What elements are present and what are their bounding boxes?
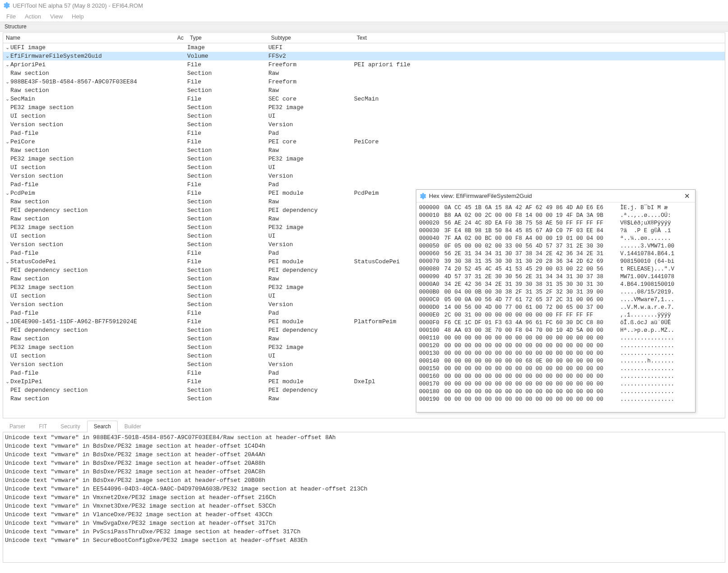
- hex-row[interactable]: 0000500F 05 00 00 02 00 33 00 56 4D 57 3…: [419, 243, 692, 250]
- hex-row[interactable]: 00002056 AE 24 4C 8D EA F0 3B 75 58 AE 5…: [419, 220, 692, 227]
- chevron-down-icon[interactable]: ⌄: [5, 257, 9, 266]
- tree-node-subtype: Freeform: [268, 60, 354, 69]
- tree-node-name: Raw section: [10, 86, 49, 95]
- tree-row[interactable]: Raw sectionSectionRaw: [3, 86, 725, 95]
- search-result-line[interactable]: Unicode text "vmware" in BdsDxe/PE32 ima…: [5, 459, 723, 468]
- search-result-line[interactable]: Unicode text "vmware" in BdsDxe/PE32 ima…: [5, 476, 723, 485]
- hex-row[interactable]: 0000F0F6 CE 1C DF 01 F3 63 4A 96 61 FC 6…: [419, 319, 692, 327]
- chevron-down-icon[interactable]: ⌄: [5, 377, 9, 386]
- tree-node-name: Version section: [10, 120, 63, 129]
- menu-help[interactable]: Help: [67, 12, 88, 21]
- search-result-line[interactable]: Unicode text "vmware" in Vmxnet3Dxe/PE32…: [5, 502, 723, 510]
- tab-search[interactable]: Search: [87, 421, 118, 432]
- tree-row[interactable]: ⌄UEFI imageImageUEFI: [3, 43, 725, 52]
- col-subtype[interactable]: Subtype: [268, 33, 354, 43]
- tree-node-subtype: PE32 image: [268, 155, 354, 163]
- menu-action[interactable]: Action: [20, 12, 46, 21]
- hex-row[interactable]: 0000B000 04 00 0B 00 30 38 2F 31 35 2F 3…: [419, 289, 692, 296]
- tree-row[interactable]: ⌄PeiCoreFilePEI corePeiCore: [3, 138, 725, 146]
- chevron-down-icon[interactable]: ⌄: [5, 317, 9, 326]
- tree-row[interactable]: ⌄988BE43F-501B-4584-8567-A9C07F03EE84Fil…: [3, 78, 725, 86]
- hex-view-body[interactable]: 0000000A CC 45 1B 6A 15 8A 42 AF 62 49 8…: [416, 202, 695, 412]
- chevron-down-icon[interactable]: ⌄: [5, 43, 9, 52]
- tree-row[interactable]: ⌄AprioriPeiFileFreeformPEI apriori file: [3, 60, 725, 69]
- hex-row[interactable]: 00012000 00 00 00 00 00 00 00 00 00 00 0…: [419, 342, 692, 350]
- hex-row[interactable]: 0000A034 2E 42 36 34 2E 31 39 30 38 31 3…: [419, 281, 692, 289]
- hex-view-window[interactable]: Hex view: EfiFirmwareFileSystem2Guid ✕ 0…: [416, 189, 696, 413]
- hex-row[interactable]: 0000E02C 00 31 00 00 00 00 00 00 00 00 F…: [419, 312, 692, 319]
- tree-row[interactable]: Version sectionSectionVersion: [3, 120, 725, 129]
- tree-node-name: AprioriPei: [10, 60, 46, 69]
- tree-node-type: Section: [187, 352, 268, 360]
- tab-security[interactable]: Security: [54, 421, 87, 432]
- hex-row[interactable]: 00007039 30 38 31 35 30 30 31 30 20 28 3…: [419, 258, 692, 266]
- hex-row[interactable]: 00019000 00 00 00 00 00 00 00 00 00 00 0…: [419, 396, 692, 403]
- tree-node-name: PE32 image section: [10, 283, 74, 292]
- search-result-line[interactable]: Unicode text "vmware" in 988BE43F-501B-4…: [5, 433, 723, 442]
- tree-row[interactable]: ⌄EfiFirmwareFileSystem2GuidVolumeFFSv2: [3, 52, 725, 60]
- tree-node-subtype: Pad: [268, 249, 354, 257]
- chevron-down-icon[interactable]: ⌄: [5, 52, 9, 60]
- col-text[interactable]: Text: [354, 33, 725, 43]
- tree-row[interactable]: UI sectionSectionUI: [3, 163, 725, 172]
- hex-row[interactable]: 0000904D 57 37 31 2E 30 30 56 2E 31 34 3…: [419, 273, 692, 281]
- hex-row[interactable]: 0000407F AA 02 00 BC 00 00 F8 A4 00 00 1…: [419, 235, 692, 243]
- menu-view[interactable]: View: [46, 12, 67, 21]
- tree-row[interactable]: UI sectionSectionUI: [3, 112, 725, 120]
- col-type[interactable]: Type: [187, 33, 268, 43]
- menu-file[interactable]: File: [2, 12, 20, 21]
- tree-node-subtype: Pad: [268, 180, 354, 189]
- hex-row[interactable]: 0000000A CC 45 1B 6A 15 8A 42 AF 62 49 8…: [419, 204, 692, 212]
- hex-view-titlebar[interactable]: Hex view: EfiFirmwareFileSystem2Guid ✕: [416, 190, 695, 202]
- search-result-line[interactable]: Unicode text "vmware" in Vmxnet2Dxe/PE32…: [5, 493, 723, 502]
- chevron-down-icon[interactable]: ⌄: [5, 95, 9, 103]
- tree-node-name: UI section: [10, 163, 46, 172]
- hex-row[interactable]: 00008074 20 52 45 4C 45 41 53 45 29 00 0…: [419, 266, 692, 273]
- tree-node-type: Section: [187, 103, 268, 112]
- tree-node-type: File: [187, 317, 268, 326]
- search-result-line[interactable]: Unicode text "vmware" in BdsDxe/PE32 ima…: [5, 450, 723, 459]
- tab-fit[interactable]: FIT: [32, 421, 54, 432]
- tree-row[interactable]: PE32 image sectionSectionPE32 image: [3, 103, 725, 112]
- chevron-down-icon[interactable]: ⌄: [5, 78, 9, 86]
- tree-row[interactable]: Raw sectionSectionRaw: [3, 146, 725, 155]
- chevron-down-icon[interactable]: ⌄: [5, 60, 9, 69]
- tree-node-type: Section: [187, 283, 268, 292]
- search-result-line[interactable]: Unicode text "vmware" in PvScsiPassThruD…: [5, 527, 723, 536]
- hex-row[interactable]: 00018000 00 00 00 00 00 00 00 00 00 00 0…: [419, 388, 692, 396]
- tree-node-type: File: [187, 138, 268, 146]
- close-icon[interactable]: ✕: [682, 192, 692, 201]
- tree-row[interactable]: Version sectionSectionVersion: [3, 172, 725, 180]
- search-result-line[interactable]: Unicode text "vmware" in BdsDxe/PE32 ima…: [5, 468, 723, 476]
- hex-row[interactable]: 00011000 00 00 00 00 00 00 00 00 00 00 0…: [419, 335, 692, 342]
- search-result-line[interactable]: Unicode text "vmware" in SecureBootConfi…: [5, 536, 723, 545]
- tree-row[interactable]: PE32 image sectionSectionPE32 image: [3, 155, 725, 163]
- tree-row[interactable]: Pad-fileFilePad: [3, 129, 725, 138]
- hex-row[interactable]: 00014000 00 00 00 00 00 00 00 68 0E 00 0…: [419, 358, 692, 365]
- hex-row[interactable]: 00015000 00 00 00 00 00 00 00 00 00 00 0…: [419, 365, 692, 373]
- tab-parser[interactable]: Parser: [3, 421, 32, 432]
- hex-row[interactable]: 0000303F E4 8B 98 1B 50 84 45 85 67 A9 C…: [419, 227, 692, 235]
- chevron-down-icon[interactable]: ⌄: [5, 189, 9, 197]
- tree-row[interactable]: ⌄SecMainFileSEC coreSecMain: [3, 95, 725, 103]
- tree-row[interactable]: Pad-fileFilePad: [3, 180, 725, 189]
- search-result-line[interactable]: Unicode text "vmware" in VmwSvgaDxe/PE32…: [5, 519, 723, 527]
- search-result-line[interactable]: Unicode text "vmware" in VlanceDxe/PE32 …: [5, 510, 723, 519]
- tree-row[interactable]: Raw sectionSectionRaw: [3, 69, 725, 78]
- hex-row[interactable]: 00013000 00 00 00 00 00 00 00 00 00 00 0…: [419, 350, 692, 358]
- tab-builder[interactable]: Builder: [118, 421, 148, 432]
- tree-node-name: PcdPeim: [10, 189, 35, 197]
- search-result-line[interactable]: Unicode text "vmware" in BdsDxe/PE32 ima…: [5, 442, 723, 450]
- search-result-line[interactable]: Unicode text "vmware" in EE544096-04D3-4…: [5, 485, 723, 493]
- col-name[interactable]: Name: [3, 33, 175, 43]
- col-ac[interactable]: Ac: [175, 33, 187, 43]
- hex-row[interactable]: 00016000 00 00 00 00 00 00 00 00 00 00 0…: [419, 373, 692, 380]
- hex-row[interactable]: 00006056 2E 31 34 34 31 30 37 38 34 2E 4…: [419, 250, 692, 258]
- search-results[interactable]: Unicode text "vmware" in 988BE43F-501B-4…: [3, 432, 725, 563]
- hex-row[interactable]: 00010048 AA 03 00 3E 70 00 F8 04 70 00 1…: [419, 327, 692, 335]
- hex-row[interactable]: 000010B8 AA 02 00 2C 00 00 F8 14 00 00 1…: [419, 212, 692, 220]
- hex-row[interactable]: 00017000 00 00 00 00 00 00 00 00 00 00 0…: [419, 380, 692, 388]
- hex-row[interactable]: 0000D014 00 56 00 4D 00 77 00 61 00 72 0…: [419, 304, 692, 312]
- hex-row[interactable]: 0000C005 00 0A 00 56 4D 77 61 72 65 37 2…: [419, 296, 692, 304]
- chevron-down-icon[interactable]: ⌄: [5, 138, 9, 146]
